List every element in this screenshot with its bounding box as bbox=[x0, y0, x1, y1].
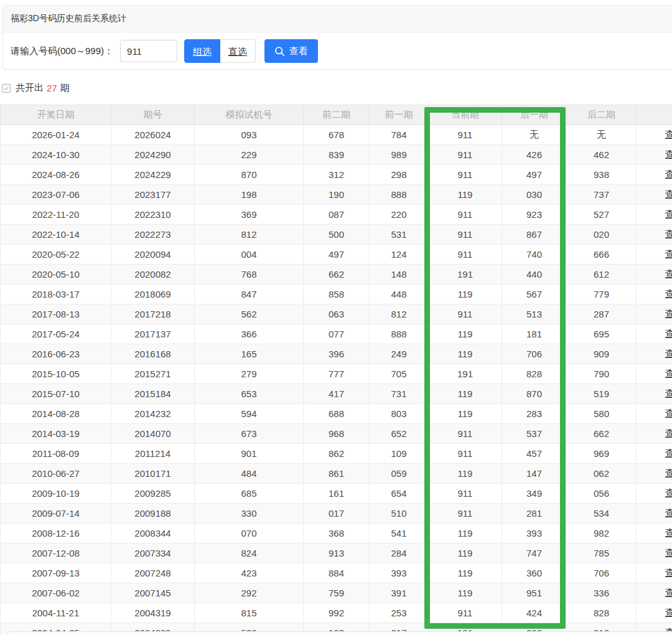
table-cell: 2022310 bbox=[111, 205, 195, 225]
query-form: 请输入号码(000～999)： 组选 直选 查看 bbox=[3, 32, 672, 70]
row-view-link[interactable]: 查 bbox=[665, 368, 672, 379]
table-cell: 457 bbox=[502, 444, 567, 464]
table-cell: 673 bbox=[195, 424, 304, 444]
table-row: 2007-09-132007248423884393119360706查 bbox=[1, 563, 672, 583]
row-view-link[interactable]: 查 bbox=[665, 129, 672, 139]
row-view-link[interactable]: 查 bbox=[665, 607, 672, 618]
table-row: 2015-07-102015184653417731119870519查 bbox=[1, 384, 672, 404]
table-cell: 423 bbox=[195, 563, 304, 583]
table-cell: 161 bbox=[304, 484, 370, 504]
row-view-link[interactable]: 查 bbox=[665, 308, 672, 319]
table-cell: 828 bbox=[502, 364, 567, 384]
table-row: 2024-10-302024290229839989911426462查 bbox=[1, 145, 672, 165]
row-view-link[interactable]: 查 bbox=[665, 408, 672, 418]
row-view-link[interactable]: 查 bbox=[665, 547, 672, 558]
table-cell: 360 bbox=[502, 563, 567, 583]
table-cell: 2014-03-19 bbox=[1, 424, 111, 444]
table-cell: 无 bbox=[567, 125, 637, 145]
table-cell: 220 bbox=[370, 205, 429, 225]
table-cell: 862 bbox=[304, 444, 370, 464]
table-cell: 283 bbox=[502, 404, 567, 424]
table-cell: 824 bbox=[195, 543, 304, 563]
row-view-link[interactable]: 查 bbox=[665, 169, 672, 179]
row-view-link[interactable]: 查 bbox=[665, 348, 672, 359]
table-cell: 884 bbox=[304, 563, 370, 583]
number-input[interactable] bbox=[120, 40, 177, 62]
table-row: 2007-06-022007145292759391119951336查 bbox=[1, 583, 672, 603]
table-cell: 2007-06-02 bbox=[1, 583, 111, 603]
table-cell: 396 bbox=[304, 344, 370, 364]
table-cell: 968 bbox=[304, 424, 370, 444]
row-view-link[interactable]: 查 bbox=[665, 328, 672, 339]
summary-suffix: 期 bbox=[60, 82, 70, 94]
column-header bbox=[637, 105, 672, 125]
table-cell: 426 bbox=[502, 145, 567, 165]
column-header: 前一期 bbox=[370, 105, 429, 125]
column-header: 模拟试机号 bbox=[195, 105, 304, 125]
view-button[interactable]: 查看 bbox=[264, 39, 318, 63]
row-view-link[interactable]: 查 bbox=[665, 448, 672, 458]
row-view-link[interactable]: 查 bbox=[665, 149, 672, 159]
table-cell: 462 bbox=[567, 145, 637, 165]
table-cell: 911 bbox=[429, 145, 502, 165]
column-header: 期号 bbox=[111, 105, 195, 125]
table-cell: 2014232 bbox=[111, 404, 195, 424]
table-cell: 911 bbox=[429, 444, 502, 464]
direct-select-tab[interactable]: 直选 bbox=[220, 39, 256, 63]
table-row: 2026-01-242026024093678784911无无查 bbox=[1, 125, 672, 145]
table-cell: 706 bbox=[567, 563, 637, 583]
table-cell: 989 bbox=[370, 145, 429, 165]
table-cell: 653 bbox=[195, 384, 304, 404]
table-cell: 119 bbox=[429, 464, 502, 484]
row-view-link[interactable]: 查 bbox=[665, 468, 672, 478]
table-cell: 2007-09-13 bbox=[1, 563, 111, 583]
row-view-link[interactable]: 查 bbox=[665, 268, 672, 279]
table-cell: 124 bbox=[370, 245, 429, 265]
table-cell: 2007-12-08 bbox=[1, 543, 111, 563]
row-view-link[interactable]: 查 bbox=[665, 388, 672, 398]
table-row: 2008-12-162008344070368541119393982查 bbox=[1, 524, 672, 543]
row-view-link[interactable]: 查 bbox=[665, 428, 672, 438]
table-cell: 030 bbox=[502, 185, 567, 205]
table-action-cell: 查 bbox=[637, 424, 672, 444]
table-cell: 181 bbox=[502, 324, 567, 344]
row-view-link[interactable]: 查 bbox=[665, 567, 672, 578]
table-row: 2007-12-082007334824913284119747785查 bbox=[1, 543, 672, 563]
table-header-row: 开奖日期期号模拟试机号前二期前一期当前期后一期后二期 bbox=[1, 105, 672, 125]
row-view-link[interactable]: 查 bbox=[665, 487, 672, 498]
table-cell: 2014-08-28 bbox=[1, 404, 111, 424]
row-view-link[interactable]: 查 bbox=[665, 288, 672, 299]
table-cell: 654 bbox=[370, 484, 429, 504]
table-cell: 062 bbox=[567, 464, 637, 484]
row-view-link[interactable]: 查 bbox=[665, 209, 672, 219]
row-view-link[interactable]: 查 bbox=[665, 527, 672, 538]
table-row: 2011-08-092011214901862109911457969查 bbox=[1, 444, 672, 464]
table-cell: 594 bbox=[195, 404, 304, 424]
group-select-tab[interactable]: 组选 bbox=[184, 39, 220, 63]
table-cell: 391 bbox=[370, 583, 429, 603]
row-view-link[interactable]: 查 bbox=[665, 248, 672, 259]
row-view-link[interactable]: 查 bbox=[665, 189, 672, 199]
table-cell: 2017-05-24 bbox=[1, 324, 111, 344]
table-cell: 911 bbox=[429, 304, 502, 324]
table-cell: 2010171 bbox=[111, 464, 195, 484]
table-cell: 2004-11-21 bbox=[1, 603, 111, 623]
table-cell: 2026024 bbox=[111, 125, 195, 145]
table-cell: 2015271 bbox=[111, 364, 195, 384]
table-cell: 911 bbox=[429, 424, 502, 444]
table-cell: 923 bbox=[502, 205, 567, 225]
table-cell: 510 bbox=[370, 504, 429, 524]
table-cell: 020 bbox=[567, 225, 637, 245]
table-cell: 063 bbox=[304, 304, 370, 324]
column-header: 开奖日期 bbox=[1, 105, 111, 125]
table-cell: 2015-10-05 bbox=[1, 364, 111, 384]
table-action-cell: 查 bbox=[637, 384, 672, 404]
table-cell: 666 bbox=[567, 245, 637, 265]
table-cell: 2020-05-22 bbox=[1, 245, 111, 265]
table-action-cell: 查 bbox=[637, 464, 672, 484]
history-table: 开奖日期期号模拟试机号前二期前一期当前期后一期后二期 2026-01-24202… bbox=[0, 105, 672, 635]
row-view-link[interactable]: 查 bbox=[665, 507, 672, 518]
row-view-link[interactable]: 查 bbox=[665, 587, 672, 598]
table-action-cell: 查 bbox=[637, 225, 672, 245]
row-view-link[interactable]: 查 bbox=[665, 228, 672, 239]
